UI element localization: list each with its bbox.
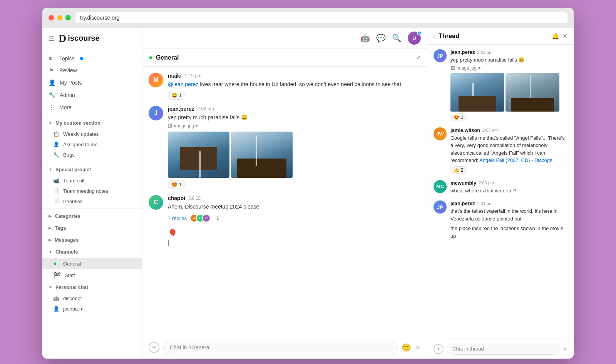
thread-image-right[interactable]	[506, 73, 559, 112]
sidebar-item-team-meeting-notes[interactable]: 📄 Team meeting notes	[42, 186, 142, 196]
sidebar-item-discobot[interactable]: 🤖 discobot	[42, 293, 142, 304]
sidebar-item-topics[interactable]: ≡ Topics	[42, 52, 142, 64]
review-icon: ⚑	[49, 67, 55, 74]
sidebar-item-joshua[interactable]: 👤 joshua.m	[42, 304, 142, 314]
thread-image-left[interactable]	[450, 73, 504, 112]
message-text: @jean.perez lives near where the house i…	[168, 80, 421, 88]
sidebar-item-weekly-updates[interactable]: 📋 Weekly updates	[42, 129, 142, 139]
thread-reaction-emoji: 👍	[454, 167, 459, 173]
traffic-lights	[49, 15, 71, 20]
team-call-icon: 📹	[53, 178, 59, 184]
user-avatar[interactable]: U 1	[408, 32, 421, 45]
sidebar-item-priorities[interactable]: 📄 Priorities	[42, 196, 142, 207]
thread-text: whoa, where is that waterfall?	[450, 187, 567, 195]
channels-header[interactable]: ▼ Channels	[42, 246, 142, 258]
message-header: chapoi Jul 18	[168, 195, 421, 201]
thread-send-button[interactable]: ➤	[562, 345, 567, 352]
message-time: 1:19 pm	[185, 73, 201, 78]
address-bar[interactable]: try.discourse.org	[75, 12, 567, 23]
meeting-notes-icon: 📄	[53, 188, 59, 194]
thread-message-header: mcwumbly 2:06 pm	[450, 180, 567, 186]
assigned-icon: 👤	[53, 142, 59, 147]
close-icon[interactable]: ✕	[562, 32, 567, 40]
thread-time: 2:31 pm	[477, 201, 493, 206]
personal-chat-header[interactable]: ▼ Personal chat	[42, 281, 142, 293]
image-right[interactable]	[231, 132, 293, 178]
thread-reaction-button[interactable]: 😍 1	[450, 114, 467, 121]
add-attachment-button[interactable]: +	[149, 342, 159, 353]
admin-label: Admin	[60, 92, 75, 98]
chevron-right-icon-1: ▶	[49, 214, 52, 218]
channels-items: ● General 🏁 Staff	[42, 258, 142, 281]
my-custom-section-header[interactable]: ▼ My custom section	[42, 117, 142, 129]
messages-header[interactable]: ▶ Messages	[42, 234, 142, 246]
chat-header: ● General ⤢	[142, 49, 427, 67]
reaction-button[interactable]: 😍 1	[168, 180, 185, 189]
minimize-button[interactable]	[57, 15, 62, 20]
avatar: M	[149, 73, 163, 87]
message-header: maiki 1:19 pm	[168, 73, 421, 79]
sidebar-item-admin[interactable]: 🔧 Admin	[42, 89, 142, 101]
image-left[interactable]	[168, 132, 229, 178]
my-custom-section-items: 📋 Weekly updates 👤 Assigned to me 🔧 Bugs	[42, 129, 142, 160]
image-label: 🖼 image.jpg ▾	[168, 123, 421, 129]
reaction-emoji: 😍	[171, 182, 177, 187]
chat-input[interactable]	[163, 341, 398, 354]
send-button[interactable]: ➤	[415, 343, 421, 352]
sidebar-item-my-posts[interactable]: 👤 My Posts	[42, 77, 142, 89]
list-item: JP jean.perez 2:31 pm that's the tallest…	[434, 200, 567, 240]
bell-icon[interactable]: 🔔	[552, 32, 559, 40]
sidebar-item-review[interactable]: ⚑ Review	[42, 64, 142, 77]
message-header: jean.perez 2:02 pm	[168, 106, 421, 112]
sidebar: ☰ Discourse ≡ Topics ⚑ Review	[42, 28, 142, 359]
emoji-button[interactable]: 🙂	[402, 343, 411, 352]
categories-header[interactable]: ▶ Categories	[42, 210, 142, 222]
chat-bubble-icon[interactable]: 💬	[376, 33, 386, 43]
thread-file-label: 🖼 image.jpg ▾	[450, 65, 567, 71]
back-icon[interactable]: ‹	[434, 33, 435, 40]
message-author: jean.perez	[168, 106, 194, 112]
replies-link[interactable]: 7 replies	[168, 215, 187, 221]
logo-text: iscourse	[68, 34, 99, 43]
thread-author: jamie.wilson	[450, 127, 480, 133]
weekly-updates-label: Weekly updates	[63, 131, 99, 137]
topics-icon: ≡	[49, 55, 55, 62]
sidebar-item-more[interactable]: ⋮ More	[42, 101, 142, 114]
dropdown-arrow[interactable]: ▾	[196, 123, 198, 129]
topics-label: Topics	[59, 55, 75, 62]
topics-badge	[80, 57, 83, 60]
hamburger-icon[interactable]: ☰	[49, 34, 55, 43]
sidebar-item-staff[interactable]: 🏁 Staff	[42, 269, 142, 281]
sidebar-item-assigned-to-me[interactable]: 👤 Assigned to me	[42, 139, 142, 150]
thread-reaction-button[interactable]: 👍 2	[450, 166, 467, 174]
file-name: image.jpg	[174, 123, 194, 129]
robot-icon[interactable]: 🤖	[360, 33, 370, 43]
sidebar-item-team-call[interactable]: 📹 Team call	[42, 175, 142, 186]
tags-label: Tags	[55, 225, 66, 231]
reaction-button[interactable]: 😄 1	[168, 91, 185, 100]
dropdown-arrow[interactable]: ▾	[478, 65, 480, 71]
sidebar-nav: ≡ Topics ⚑ Review 👤 My Posts 🔧 Admin	[42, 49, 142, 317]
reaction-emoji: 😄	[171, 92, 177, 98]
thread-input[interactable]	[447, 343, 559, 355]
message-body: lives near where the house in Up landed,…	[200, 81, 402, 87]
my-posts-label: My Posts	[60, 80, 82, 86]
search-icon[interactable]: 🔍	[392, 33, 402, 43]
message-author: maiki	[168, 73, 182, 79]
close-button[interactable]	[49, 15, 54, 20]
logo: Discourse	[59, 32, 100, 45]
thread-add-button[interactable]: +	[434, 344, 444, 354]
expand-icon[interactable]: ⤢	[416, 54, 421, 61]
special-project-header[interactable]: ▼ Special project	[42, 164, 142, 175]
fullscreen-button[interactable]	[65, 15, 71, 20]
thread-link[interactable]: Angels Fall (2007, CD) - Discogs	[479, 157, 552, 163]
thread-time: 2:06 pm	[479, 180, 494, 185]
thread-reaction-emoji: 😍	[454, 115, 459, 120]
sidebar-item-general[interactable]: ● General	[42, 258, 142, 269]
special-project-label: Special project	[55, 167, 91, 172]
categories-label: Categories	[55, 213, 80, 219]
discobot-label: discobot	[63, 296, 82, 301]
tags-header[interactable]: ▶ Tags	[42, 222, 142, 234]
sidebar-item-bugs[interactable]: 🔧 Bugs	[42, 150, 142, 160]
thread-panel: ‹ Thread 🔔 ✕ JP jean.perez 2:02 pm yep p…	[427, 28, 574, 359]
